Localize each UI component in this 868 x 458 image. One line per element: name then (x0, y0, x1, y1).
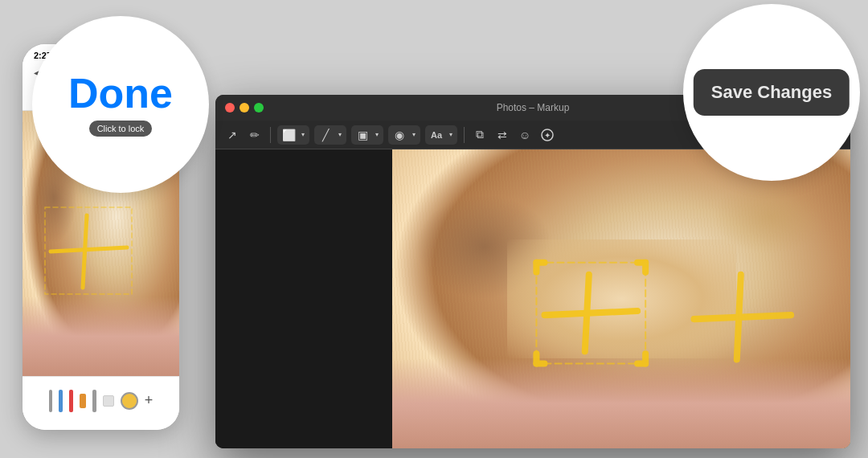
iphone-drawing-toolbar: + (23, 376, 179, 424)
pen-blue-tool[interactable] (59, 390, 63, 412)
marker-tool[interactable] (80, 394, 86, 408)
done-callout-bubble: Done Click to lock (32, 16, 209, 193)
text-tool-button[interactable]: Aa (428, 126, 445, 144)
window-title: Photos – Markup (497, 102, 570, 113)
eraser-tool[interactable] (103, 395, 114, 407)
flip-tool-button[interactable]: ⇄ (493, 126, 511, 144)
thin-marker-tool[interactable] (92, 390, 96, 412)
shape-tool-group[interactable]: ⬜ ▾ (277, 125, 309, 145)
border-tool-group[interactable]: ▣ ▾ (351, 125, 383, 145)
home-indicator-container (23, 424, 179, 430)
add-tool-button[interactable]: + (145, 392, 154, 409)
border-dropdown-button[interactable]: ▾ (373, 126, 381, 144)
line-tool-button[interactable]: ╱ (317, 126, 334, 144)
save-changes-text: Save Changes (711, 82, 832, 102)
sketch-tool-button[interactable]: ✏ (246, 126, 264, 144)
fullscreen-button[interactable] (254, 103, 264, 112)
toolbar-separator-2 (464, 127, 465, 143)
line-dropdown-button[interactable]: ▾ (336, 126, 344, 144)
text-tool-group[interactable]: Aa ▾ (425, 125, 457, 145)
toolbar-separator-1 (270, 127, 271, 143)
mac-canvas (215, 149, 850, 448)
shape-dropdown-button[interactable]: ▾ (299, 126, 307, 144)
svg-text:✦: ✦ (544, 131, 551, 140)
close-button[interactable] (225, 103, 235, 112)
shape-tool-button[interactable]: ⬜ (280, 126, 297, 144)
save-changes-pill[interactable]: Save Changes (694, 69, 850, 116)
pen-red-tool[interactable] (69, 390, 73, 412)
done-callout-text: Done (68, 72, 173, 114)
canvas-main (392, 149, 850, 448)
arrow-tool-button[interactable]: ↗ (223, 126, 241, 144)
cat-image (392, 149, 850, 448)
color-tool-button[interactable]: ◉ (391, 126, 408, 144)
pencil-tool[interactable] (49, 390, 52, 412)
line-tool-group[interactable]: ╱ ▾ (314, 125, 346, 145)
sign-tool-button[interactable]: ✦ (538, 126, 556, 144)
emoji-tool-button[interactable]: ☺ (516, 126, 534, 144)
canvas-left-panel (215, 149, 392, 448)
save-changes-callout-bubble: Save Changes (683, 4, 860, 181)
minimize-button[interactable] (240, 103, 249, 112)
border-tool-button[interactable]: ▣ (354, 126, 371, 144)
copy-tool-button[interactable]: ⧉ (471, 126, 489, 144)
color-tool-group[interactable]: ◉ ▾ (388, 125, 420, 145)
color-dropdown-button[interactable]: ▾ (410, 126, 418, 144)
traffic-lights (225, 103, 264, 112)
click-to-lock-badge[interactable]: Click to lock (89, 121, 153, 137)
color-picker[interactable] (121, 392, 138, 410)
text-dropdown-button[interactable]: ▾ (447, 126, 455, 144)
